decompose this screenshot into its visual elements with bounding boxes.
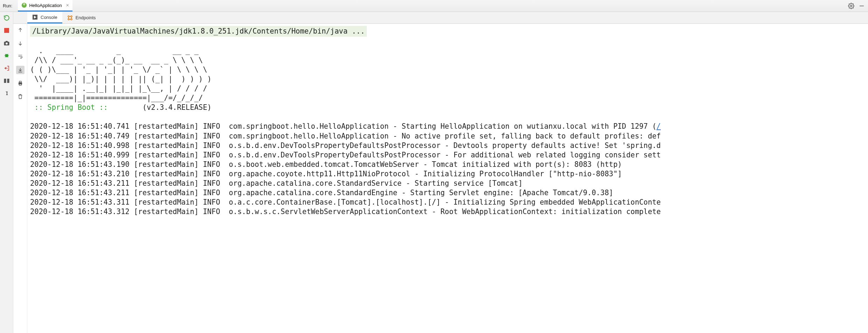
svg-rect-6 bbox=[7, 79, 9, 83]
soft-wrap-icon[interactable] bbox=[16, 52, 24, 61]
log-line: 2020-12-18 16:51:43.190 [restartedMain] … bbox=[30, 160, 622, 169]
tab-console[interactable]: Console bbox=[27, 12, 62, 23]
svg-rect-5 bbox=[4, 79, 6, 83]
run-config-name: HelloApplication bbox=[29, 3, 62, 8]
tab-console-label: Console bbox=[41, 15, 57, 20]
svg-rect-13 bbox=[19, 81, 21, 83]
log-line: 2020-12-18 16:51:43.211 [restartedMain] … bbox=[30, 189, 613, 197]
print-icon[interactable] bbox=[16, 79, 24, 87]
run-body: Console Endpoints bbox=[0, 12, 868, 333]
log-line: 2020-12-18 16:51:43.210 [restartedMain] … bbox=[30, 170, 622, 178]
svg-point-9 bbox=[71, 16, 72, 17]
minimize-icon[interactable] bbox=[858, 2, 865, 9]
log-link[interactable]: / bbox=[657, 122, 661, 130]
log-line: 2020-12-18 16:51:40.999 [restartedMain] … bbox=[30, 151, 661, 159]
trash-icon[interactable] bbox=[16, 92, 24, 101]
spring-boot-icon bbox=[21, 2, 27, 8]
play-icon bbox=[32, 14, 38, 20]
spring-boot-label: :: Spring Boot :: bbox=[30, 103, 108, 112]
svg-rect-14 bbox=[19, 84, 21, 85]
console-tabs: Console Endpoints bbox=[13, 12, 868, 24]
log-line: 2020-12-18 16:51:43.211 [restartedMain] … bbox=[30, 179, 523, 187]
svg-point-11 bbox=[71, 19, 72, 20]
down-arrow-icon[interactable] bbox=[16, 39, 24, 48]
java-command: /Library/Java/JavaVirtualMachines/jdk1.8… bbox=[30, 26, 367, 37]
svg-rect-1 bbox=[860, 6, 864, 6]
scroll-to-end-icon[interactable] bbox=[16, 66, 24, 74]
svg-point-0 bbox=[850, 5, 852, 7]
tab-endpoints-label: Endpoints bbox=[76, 15, 96, 20]
pin-icon[interactable] bbox=[3, 90, 10, 97]
console-toolbar bbox=[13, 24, 27, 333]
log-line: 2020-12-18 16:51:43.311 [restartedMain] … bbox=[30, 198, 661, 206]
rerun-icon[interactable] bbox=[3, 14, 10, 22]
gear-icon[interactable] bbox=[848, 2, 855, 9]
console-output[interactable]: /Library/Java/JavaVirtualMachines/jdk1.8… bbox=[27, 24, 868, 333]
layout-icon[interactable] bbox=[3, 77, 10, 85]
up-arrow-icon[interactable] bbox=[16, 26, 24, 34]
close-icon[interactable]: × bbox=[66, 2, 69, 8]
run-label: Run: bbox=[3, 3, 12, 8]
log-line: 2020-12-18 16:51:40.998 [restartedMain] … bbox=[30, 141, 661, 150]
run-config-tab[interactable]: HelloApplication × bbox=[18, 0, 72, 12]
stop-icon[interactable] bbox=[3, 27, 10, 34]
camera-icon[interactable] bbox=[3, 39, 10, 47]
svg-point-8 bbox=[68, 16, 69, 17]
run-header: Run: HelloApplication × bbox=[0, 0, 868, 12]
exit-icon[interactable] bbox=[3, 64, 10, 72]
svg-point-3 bbox=[6, 43, 8, 45]
run-tool-window: Run: HelloApplication × bbox=[0, 0, 868, 333]
left-toolbar bbox=[0, 12, 13, 333]
bug-icon[interactable] bbox=[3, 52, 10, 59]
tab-endpoints[interactable]: Endpoints bbox=[62, 12, 101, 23]
log-line: 2020-12-18 16:51:40.749 [restartedMain] … bbox=[30, 132, 661, 140]
svg-point-10 bbox=[68, 19, 69, 20]
log-line: 2020-12-18 16:51:40.741 [restartedMain] … bbox=[30, 122, 661, 130]
endpoints-icon bbox=[67, 15, 73, 21]
log-line: 2020-12-18 16:51:43.312 [restartedMain] … bbox=[30, 207, 661, 216]
svg-rect-2 bbox=[4, 28, 9, 33]
